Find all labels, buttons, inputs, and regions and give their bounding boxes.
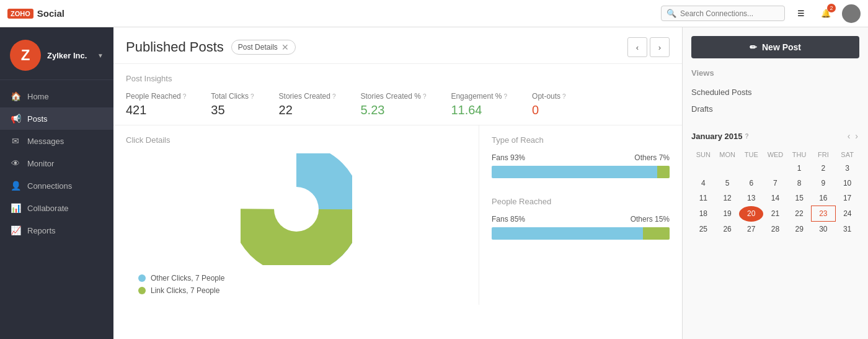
cal-day[interactable]: 7 <box>763 176 787 191</box>
sidebar-item-home[interactable]: 🏠Home <box>0 85 113 107</box>
messages-icon: ✉ <box>10 136 21 146</box>
cal-day[interactable]: 4 <box>691 176 715 191</box>
views-section: Views Scheduled PostsDrafts <box>683 68 868 124</box>
cal-day[interactable]: 26 <box>715 222 740 237</box>
metric-label: People Reached ? <box>126 92 186 101</box>
sidebar-item-messages[interactable]: ✉Messages <box>0 130 113 152</box>
cal-day[interactable]: 11 <box>691 191 715 206</box>
others-label-reach: Others 7% <box>634 153 670 162</box>
cal-day[interactable]: 17 <box>835 191 859 206</box>
next-arrow-button[interactable]: › <box>650 37 670 57</box>
sidebar-item-reports[interactable]: 📈Reports <box>0 219 113 242</box>
sidebar-item-monitor[interactable]: 👁Monitor <box>0 152 113 174</box>
zoho-logo-text: ZOHO <box>7 9 33 19</box>
sidebar-nav: 🏠Home📢Posts✉Messages👁Monitor👤Connections… <box>0 80 113 339</box>
sidebar-item-label: Collaborate <box>27 204 69 213</box>
cal-day[interactable]: 13 <box>739 191 763 206</box>
others-label-people: Others 15% <box>631 215 670 224</box>
cal-day[interactable]: 25 <box>691 222 715 237</box>
cal-day[interactable]: 19 <box>715 206 740 222</box>
cal-day[interactable]: 9 <box>812 176 836 191</box>
cal-day[interactable]: 5 <box>715 176 740 191</box>
legend-color-dot <box>138 287 146 294</box>
search-bar[interactable]: 🔍 <box>661 6 785 21</box>
cal-day[interactable]: 12 <box>715 191 740 206</box>
cal-day[interactable]: 31 <box>835 222 859 237</box>
type-reach-bar-green <box>657 166 670 178</box>
calendar-grid: SUNMONTUEWEDTHUFRISAT1234567891011121314… <box>691 148 859 237</box>
lower-panels: Click Details Other Clicks, 7 PeopleLink… <box>113 125 682 305</box>
metric-people-reached: People Reached ? 421 <box>126 92 186 117</box>
cal-day[interactable]: 30 <box>812 222 836 237</box>
sidebar-item-label: Reports <box>27 226 56 235</box>
sidebar-item-label: Posts <box>27 114 48 124</box>
new-post-button[interactable]: ✏ New Post <box>691 36 859 58</box>
cal-day[interactable]: 3 <box>835 161 859 176</box>
cal-day[interactable]: 8 <box>787 176 812 191</box>
main-layout: Z Zylker Inc. ▼ 🏠Home📢Posts✉Messages👁Mon… <box>0 27 868 339</box>
cal-day[interactable]: 27 <box>739 222 763 237</box>
info-icon[interactable]: ? <box>423 93 427 100</box>
cal-day[interactable]: 1 <box>787 161 812 176</box>
cal-day[interactable]: 24 <box>835 206 859 222</box>
post-insights-title: Post Insights <box>126 74 670 83</box>
sidebar-profile[interactable]: Z Zylker Inc. ▼ <box>0 27 113 80</box>
calendar-header: January 2015 ? ‹ › <box>691 130 859 142</box>
people-reach-labels: Fans 85% Others 15% <box>492 215 670 224</box>
prev-arrow-button[interactable]: ‹ <box>627 37 647 57</box>
cal-day[interactable]: 21 <box>763 206 787 222</box>
filter-tag-close-icon[interactable]: ✕ <box>281 42 289 52</box>
search-input[interactable] <box>680 9 779 18</box>
type-reach-labels: Fans 93% Others 7% <box>492 153 670 162</box>
metric-label: Stories Created % ? <box>360 92 426 101</box>
metric-label: Engagement % ? <box>451 92 507 101</box>
cal-day[interactable]: 14 <box>763 191 787 206</box>
cal-day[interactable]: 20 <box>739 206 763 222</box>
info-icon[interactable]: ? <box>504 93 508 100</box>
info-icon[interactable]: ? <box>183 93 187 100</box>
avatar[interactable] <box>842 4 861 23</box>
profile-avatar: Z <box>10 40 41 71</box>
info-icon[interactable]: ? <box>562 93 566 100</box>
people-reached-section: People Reached Fans 85% Others 15% <box>492 197 670 240</box>
info-icon[interactable]: ? <box>332 93 336 100</box>
info-icon[interactable]: ? <box>250 93 254 100</box>
metric-value: 35 <box>211 103 254 117</box>
collaborate-icon: 📊 <box>10 203 21 213</box>
cal-day[interactable]: 29 <box>787 222 812 237</box>
cal-day[interactable]: 22 <box>787 206 812 222</box>
cal-day[interactable]: 15 <box>787 191 812 206</box>
cal-day[interactable]: 16 <box>812 191 836 206</box>
calendar-month-label: January 2015 <box>691 132 742 141</box>
metric-total-clicks: Total Clicks ? 35 <box>211 92 254 117</box>
connections-icon: 👤 <box>10 181 21 191</box>
cal-next-button[interactable]: › <box>854 130 859 142</box>
views-link-scheduled-posts[interactable]: Scheduled Posts <box>691 84 859 101</box>
legend-item: Link Clicks, 7 People <box>138 286 224 295</box>
cal-day[interactable]: 18 <box>691 206 715 222</box>
type-reach-bar-blue <box>492 166 657 178</box>
cal-day[interactable]: 2 <box>812 161 836 176</box>
calendar-nav: ‹ › <box>846 130 859 142</box>
metric-value: 0 <box>532 103 566 117</box>
views-link-drafts[interactable]: Drafts <box>691 101 859 117</box>
sidebar-item-connections[interactable]: 👤Connections <box>0 174 113 197</box>
right-panel: ✏ New Post Views Scheduled PostsDrafts J… <box>682 27 868 339</box>
metric-label: Opt-outs ? <box>532 92 566 101</box>
cal-day-header: TUE <box>739 148 763 161</box>
metric-opt-outs: Opt-outs ? 0 <box>532 92 566 117</box>
filter-tag[interactable]: Post Details ✕ <box>231 40 296 55</box>
app-name: Social <box>37 8 64 19</box>
notifications-icon[interactable]: 🔔 2 <box>817 5 835 22</box>
cal-prev-button[interactable]: ‹ <box>846 130 852 142</box>
sidebar-item-posts[interactable]: 📢Posts <box>0 107 113 130</box>
cal-day-header: WED <box>763 148 787 161</box>
menu-icon[interactable]: ☰ <box>792 5 810 22</box>
cal-day[interactable]: 10 <box>835 176 859 191</box>
cal-day[interactable]: 23 <box>812 206 836 222</box>
cal-day[interactable]: 28 <box>763 222 787 237</box>
cal-day[interactable]: 6 <box>739 176 763 191</box>
sidebar-item-collaborate[interactable]: 📊Collaborate <box>0 197 113 219</box>
metric-value: 11.64 <box>451 103 507 117</box>
legend-color-dot <box>138 274 146 282</box>
